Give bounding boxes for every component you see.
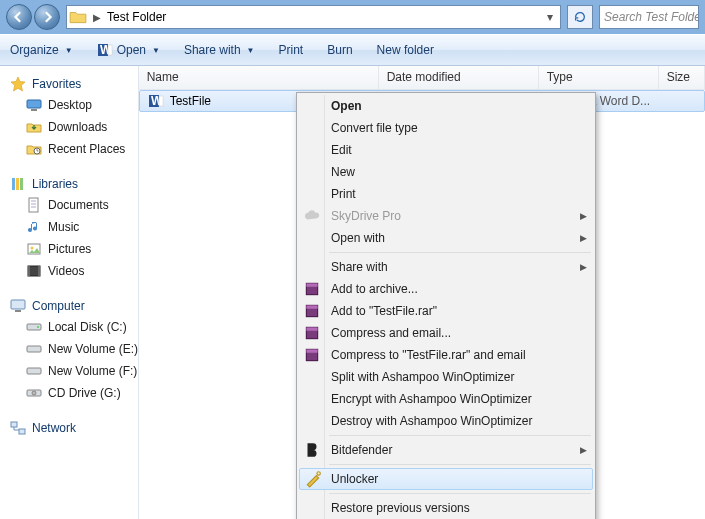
sidebar-item-cddrive-g[interactable]: CD Drive (G:) bbox=[4, 382, 134, 404]
libraries-header[interactable]: Libraries bbox=[4, 174, 134, 194]
ctx-destroy[interactable]: Destroy with Ashampoo WinOptimizer bbox=[299, 410, 593, 432]
address-row: ▶ Test Folder ▾ Search Test Folder bbox=[0, 0, 705, 34]
sidebar-item-desktop[interactable]: Desktop bbox=[4, 94, 134, 116]
sidebar-item-recent[interactable]: Recent Places bbox=[4, 138, 134, 160]
ctx-compress-email[interactable]: Compress and email... bbox=[299, 322, 593, 344]
organize-menu[interactable]: Organize ▼ bbox=[10, 43, 73, 57]
ctx-openwith[interactable]: Open with▶ bbox=[299, 227, 593, 249]
svg-point-21 bbox=[37, 326, 39, 328]
sidebar-item-pictures[interactable]: Pictures bbox=[4, 238, 134, 260]
sidebar-item-videos[interactable]: Videos bbox=[4, 260, 134, 282]
new-folder-label: New folder bbox=[377, 43, 434, 57]
computer-header[interactable]: Computer bbox=[4, 296, 134, 316]
drive-icon bbox=[26, 363, 42, 379]
svg-rect-3 bbox=[27, 100, 41, 108]
refresh-icon bbox=[573, 10, 587, 24]
nav-pane: Favorites Desktop Downloads Recent Place… bbox=[0, 66, 139, 519]
winrar-icon bbox=[303, 324, 321, 342]
sidebar-item-downloads[interactable]: Downloads bbox=[4, 116, 134, 138]
winrar-icon bbox=[303, 346, 321, 364]
sidebar-item-documents[interactable]: Documents bbox=[4, 194, 134, 216]
computer-icon bbox=[10, 298, 26, 314]
sidebar-item-volume-f[interactable]: New Volume (F:) bbox=[4, 360, 134, 382]
arrow-right-icon bbox=[41, 11, 53, 23]
svg-rect-26 bbox=[11, 422, 17, 427]
svg-rect-23 bbox=[27, 368, 41, 374]
music-icon bbox=[26, 219, 42, 235]
breadcrumb-item[interactable]: Test Folder bbox=[105, 10, 168, 24]
sidebar-item-volume-e[interactable]: New Volume (E:) bbox=[4, 338, 134, 360]
favorites-label: Favorites bbox=[32, 77, 81, 91]
desktop-icon bbox=[26, 97, 42, 113]
sidebar-item-music[interactable]: Music bbox=[4, 216, 134, 238]
column-name[interactable]: Name bbox=[139, 66, 379, 89]
bitdefender-icon bbox=[303, 441, 321, 459]
ctx-edit[interactable]: Edit bbox=[299, 139, 593, 161]
print-label: Print bbox=[279, 43, 304, 57]
sidebar-item-label: Downloads bbox=[48, 120, 107, 134]
ctx-split[interactable]: Split with Ashampoo WinOptimizer bbox=[299, 366, 593, 388]
share-menu[interactable]: Share with ▼ bbox=[184, 43, 255, 57]
breadcrumb-separator-icon[interactable]: ▶ bbox=[89, 12, 105, 23]
svg-rect-8 bbox=[20, 178, 23, 190]
sidebar-item-label: Music bbox=[48, 220, 79, 234]
ctx-skydrive[interactable]: SkyDrive Pro▶ bbox=[299, 205, 593, 227]
svg-rect-2 bbox=[108, 45, 112, 55]
back-button[interactable] bbox=[6, 4, 32, 30]
svg-point-14 bbox=[31, 247, 34, 250]
search-input[interactable]: Search Test Folder bbox=[599, 5, 699, 29]
svg-rect-6 bbox=[12, 178, 15, 190]
ctx-encrypt[interactable]: Encrypt with Ashampoo WinOptimizer bbox=[299, 388, 593, 410]
column-date[interactable]: Date modified bbox=[379, 66, 539, 89]
submenu-arrow-icon: ▶ bbox=[580, 262, 587, 272]
context-separator bbox=[329, 435, 591, 436]
column-size[interactable]: Size bbox=[659, 66, 705, 89]
column-type[interactable]: Type bbox=[539, 66, 659, 89]
new-folder-button[interactable]: New folder bbox=[377, 43, 434, 57]
svg-rect-36 bbox=[306, 327, 317, 330]
file-name: TestFile bbox=[170, 94, 211, 108]
ctx-restore[interactable]: Restore previous versions bbox=[299, 497, 593, 519]
burn-button[interactable]: Burn bbox=[327, 43, 352, 57]
forward-button[interactable] bbox=[34, 4, 60, 30]
address-bar[interactable]: ▶ Test Folder ▾ bbox=[66, 5, 561, 29]
submenu-arrow-icon: ▶ bbox=[580, 211, 587, 221]
svg-rect-4 bbox=[31, 109, 37, 111]
svg-rect-17 bbox=[38, 266, 40, 276]
open-menu[interactable]: W Open ▼ bbox=[97, 42, 160, 58]
network-group: Network bbox=[4, 418, 134, 438]
network-header[interactable]: Network bbox=[4, 418, 134, 438]
address-dropdown[interactable]: ▾ bbox=[542, 10, 558, 24]
sidebar-item-localdisk-c[interactable]: Local Disk (C:) bbox=[4, 316, 134, 338]
print-button[interactable]: Print bbox=[279, 43, 304, 57]
ctx-unlocker[interactable]: Unlocker bbox=[299, 468, 593, 490]
refresh-button[interactable] bbox=[567, 5, 593, 29]
svg-point-25 bbox=[32, 391, 36, 395]
submenu-arrow-icon: ▶ bbox=[580, 233, 587, 243]
drive-icon bbox=[26, 341, 42, 357]
cd-drive-icon bbox=[26, 385, 42, 401]
sidebar-item-label: New Volume (E:) bbox=[48, 342, 138, 356]
ctx-compress-rar-email[interactable]: Compress to "TestFile.rar" and email bbox=[299, 344, 593, 366]
ctx-convert[interactable]: Convert file type bbox=[299, 117, 593, 139]
context-separator bbox=[329, 252, 591, 253]
winrar-icon bbox=[303, 302, 321, 320]
ctx-open[interactable]: Open bbox=[299, 95, 593, 117]
svg-point-39 bbox=[317, 472, 320, 475]
sidebar-item-label: Documents bbox=[48, 198, 109, 212]
recent-icon bbox=[26, 141, 42, 157]
sidebar-item-label: Pictures bbox=[48, 242, 91, 256]
ctx-add-rar[interactable]: Add to "TestFile.rar" bbox=[299, 300, 593, 322]
word-doc-icon: W bbox=[148, 93, 164, 109]
ctx-add-archive[interactable]: Add to archive... bbox=[299, 278, 593, 300]
burn-label: Burn bbox=[327, 43, 352, 57]
svg-rect-38 bbox=[306, 349, 317, 352]
cloud-icon bbox=[303, 207, 321, 225]
ctx-sharewith[interactable]: Share with▶ bbox=[299, 256, 593, 278]
ctx-new[interactable]: New bbox=[299, 161, 593, 183]
ctx-bitdefender[interactable]: Bitdefender▶ bbox=[299, 439, 593, 461]
word-icon: W bbox=[97, 42, 113, 58]
ctx-print[interactable]: Print bbox=[299, 183, 593, 205]
favorites-header[interactable]: Favorites bbox=[4, 74, 134, 94]
computer-label: Computer bbox=[32, 299, 85, 313]
